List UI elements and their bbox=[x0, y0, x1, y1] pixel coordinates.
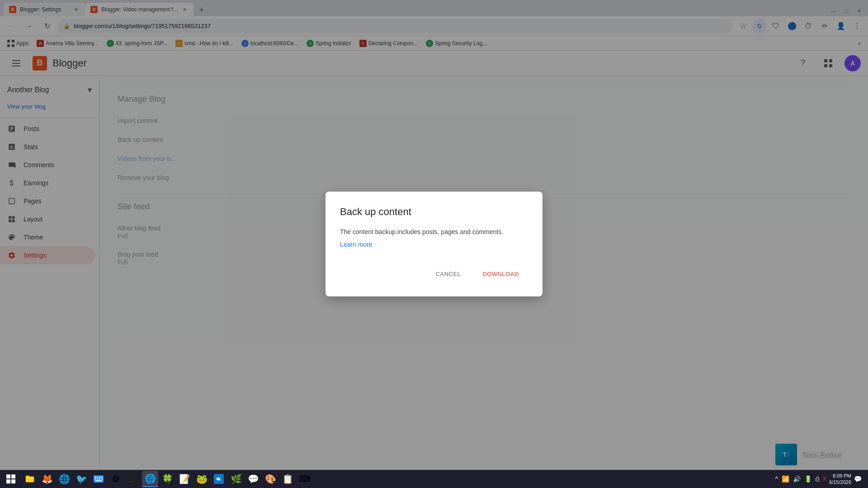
notes-icon: 📝 bbox=[179, 474, 190, 484]
paint-icon: 🎨 bbox=[265, 474, 276, 484]
download-button[interactable]: DOWNLOAD bbox=[473, 266, 528, 282]
taskbar-skype[interactable]: 💬 bbox=[245, 471, 261, 487]
file-explorer-icon bbox=[24, 474, 35, 484]
terminal-icon: _ bbox=[127, 474, 138, 484]
keyboard-layout-icon: ⌨ bbox=[299, 474, 310, 484]
taskbar-firefox[interactable]: 🦊 bbox=[39, 471, 55, 487]
notifications-button[interactable]: 💬 bbox=[853, 475, 863, 483]
svg-rect-14 bbox=[99, 477, 100, 478]
taskbar-items: 🦊 🌐 🐦 ⚙ _ 🌐 🍀 bbox=[20, 471, 770, 487]
taskbar-game[interactable]: 🐸 bbox=[193, 471, 210, 487]
taskbar-keyboard-layout[interactable]: ⌨ bbox=[297, 471, 313, 487]
show-hidden-icons[interactable]: ^ bbox=[774, 475, 779, 483]
keyboard-icon bbox=[93, 474, 104, 484]
cancel-button[interactable]: CANCEL bbox=[427, 266, 470, 282]
green-app-icon: 🍀 bbox=[162, 474, 173, 484]
svg-rect-16 bbox=[94, 479, 96, 479]
plant-icon: 🌿 bbox=[231, 474, 241, 484]
taskbar-vscode[interactable] bbox=[211, 471, 227, 487]
taskbar-paint[interactable]: 🎨 bbox=[262, 471, 278, 487]
taskbar-green-app[interactable]: 🍀 bbox=[159, 471, 175, 487]
svg-rect-15 bbox=[101, 477, 103, 478]
taskbar-copy-tool[interactable]: 📋 bbox=[279, 471, 296, 487]
network-icon[interactable]: 📶 bbox=[781, 475, 790, 483]
taskbar-ie[interactable]: 🌐 bbox=[56, 471, 72, 487]
backup-dialog: Back up content The content backup inclu… bbox=[326, 192, 542, 296]
vscode-icon bbox=[213, 474, 224, 484]
svg-rect-12 bbox=[94, 477, 96, 478]
skype-icon: 💬 bbox=[248, 474, 259, 484]
svg-rect-20 bbox=[95, 480, 102, 481]
dialog-actions: CANCEL DOWNLOAD bbox=[340, 266, 528, 282]
svg-rect-19 bbox=[101, 479, 103, 479]
dialog-overlay: Back up content The content backup inclu… bbox=[0, 0, 868, 488]
svg-rect-18 bbox=[99, 479, 100, 479]
game-icon: 🐸 bbox=[196, 474, 207, 484]
start-button[interactable] bbox=[2, 470, 20, 488]
copy-tool-icon: 📋 bbox=[282, 474, 293, 484]
time-display: 8:09 PM bbox=[829, 473, 851, 479]
svg-rect-17 bbox=[97, 479, 98, 479]
system-tray: ^ 📶 🔊 🔋 ⎙ X 8:09 PM 6/15/2020 💬 bbox=[770, 473, 866, 486]
taskbar-chrome[interactable]: 🌐 bbox=[142, 471, 158, 487]
firefox-icon: 🦊 bbox=[42, 474, 52, 484]
taskbar-notes[interactable]: 📝 bbox=[176, 471, 193, 487]
system-clock[interactable]: 8:09 PM 6/15/2020 bbox=[829, 473, 851, 486]
taskbar-file-explorer[interactable] bbox=[22, 471, 38, 487]
date-display: 6/15/2020 bbox=[829, 479, 851, 485]
taskbar-keyboard-app[interactable] bbox=[90, 471, 107, 487]
ie-icon: 🌐 bbox=[59, 474, 70, 484]
print-screen-icon: ⎙ bbox=[815, 475, 820, 483]
battery-icon[interactable]: 🔋 bbox=[803, 475, 813, 483]
taskbar-terminal[interactable]: _ bbox=[125, 471, 141, 487]
svg-rect-13 bbox=[97, 477, 98, 478]
volume-icon[interactable]: 🔊 bbox=[792, 475, 802, 483]
dialog-body-text: The content backup includes posts, pages… bbox=[340, 227, 528, 237]
svg-text:_: _ bbox=[129, 477, 132, 482]
learn-more-link[interactable]: Learn more bbox=[340, 241, 528, 248]
taskbar-plant-app[interactable]: 🌿 bbox=[228, 471, 244, 487]
chrome-icon: 🌐 bbox=[145, 473, 156, 484]
taskbar-system-config[interactable]: ⚙ bbox=[108, 471, 124, 487]
taskbar-thunderbird[interactable]: 🐦 bbox=[73, 471, 90, 487]
thunderbird-icon: 🐦 bbox=[76, 474, 87, 484]
excel-icon: X bbox=[822, 476, 827, 482]
system-config-icon: ⚙ bbox=[110, 474, 121, 484]
dialog-title: Back up content bbox=[340, 206, 528, 218]
taskbar: 🦊 🌐 🐦 ⚙ _ 🌐 🍀 bbox=[0, 470, 868, 488]
